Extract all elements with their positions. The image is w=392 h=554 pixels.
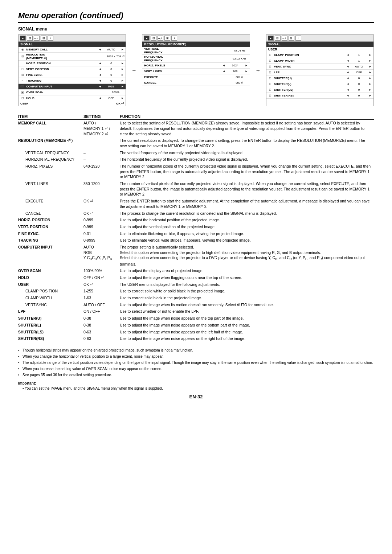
menu2-arrow-l-vlines: ◄ xyxy=(222,70,226,73)
item-memory-call: MEMORY CALL xyxy=(18,120,83,138)
menu3-arrow-l-sls: ◄ xyxy=(346,88,350,91)
menu1-icon1: ● xyxy=(20,36,26,41)
item-execute: EXECUTE xyxy=(18,198,83,210)
menu1-arrow-r-vp: ► xyxy=(120,67,124,71)
bullet-list: Though horizontal strips may appear on t… xyxy=(18,348,374,378)
bullet-3: The adjustable range of the vertical pos… xyxy=(18,360,374,365)
menu3-value-vs: AUTO xyxy=(350,65,368,68)
menu1-value-memory: AUTO xyxy=(102,48,120,51)
setting-over-scan: 100%-90% xyxy=(83,267,120,274)
menu1-arrow-r-tr: ► xyxy=(120,79,124,82)
menu1-arrow-l-ci: ◄ xyxy=(98,85,102,88)
menu3-icon-sl: ⊡ xyxy=(268,82,273,86)
menu3-value-cp: 1 xyxy=(350,53,368,57)
setting-horiz-pixels: 640-1920 xyxy=(83,163,120,180)
function-lpf: Use to select whether or not to enable t… xyxy=(120,308,374,315)
menu1-row-fine-sync: ⊞ FINE SYNC. ◄ 0 ► xyxy=(19,72,126,78)
item-shutter-u: SHUTTER(U) xyxy=(18,315,83,322)
menu1-label-res: RESOLUTION(MEMORIZE ⏎) xyxy=(25,53,106,60)
menu3-icon2: ⊟ xyxy=(275,36,281,41)
menu2-arrow-r-hpix: ► xyxy=(244,64,249,67)
menu3-icon1: ● xyxy=(268,36,274,41)
table-row: HORIZ. POSITION 0-999 Use to adjust the … xyxy=(18,217,374,223)
menu2-value-hfreq: 62.02 KHz xyxy=(230,57,249,60)
menu3-row-srs: ⊡ SHUTTER(RS) ◄ 0 ► xyxy=(266,93,373,99)
arrow1: → xyxy=(130,67,138,73)
setting-res-mem xyxy=(83,137,120,149)
menu3-arrow-l-lpf: ◄ xyxy=(346,71,350,74)
item-fine-sync: FINE SYNC. xyxy=(18,230,83,237)
function-vert-lines: The number of vertical pixels of the cur… xyxy=(120,180,374,198)
menu3-value-sls: 0 xyxy=(350,88,368,91)
menu1-value-hold: OFF xyxy=(102,97,120,100)
menu1-arrow-l-memory: ◄ xyxy=(98,48,102,51)
menu1-row-computer-input: ⌨ COMPUTER INPUT ◄ RGB ► xyxy=(19,84,126,90)
menu3-icon-sls: ⊡ xyxy=(268,88,273,91)
menu1-arrow-r-hp: ► xyxy=(120,62,124,65)
menu1-arrow-r-memory: ► xyxy=(120,48,124,51)
menu1-section-title: SIGNAL xyxy=(19,42,126,47)
item-shutter-l: SHUTTER(L) xyxy=(18,322,83,329)
menu1-row-horiz-pos: HORIZ. POSITION ◄ 0 ► xyxy=(19,61,126,66)
menu2-label-execute: EXECUTE xyxy=(143,75,230,79)
table-row: CLAMP POSITION 1-255 Use to correct soli… xyxy=(18,288,374,295)
menu3-icon-su: ⊡ xyxy=(268,77,273,80)
menu1-row-resolution: ⊡ RESOLUTION(MEMORIZE ⏎) 1024 x 768 ⏎ xyxy=(19,53,126,61)
table-row: HOLD OFF / ON ⏎ Use to adjust the image … xyxy=(18,274,374,281)
menu-signal: ● ⊟ opt. ⊞ i SIGNAL ◉ MEMORY CALL ◄ AUTO… xyxy=(18,34,126,106)
menu1-value-ci: RGB xyxy=(102,85,120,88)
menu3-label-sls: SHUTTER(LS) xyxy=(273,88,346,92)
item-clamp-pos: CLAMP POSITION xyxy=(18,288,83,295)
menu2-row-vfreq: VERTICALFREQUENCY 75.04 Hz xyxy=(142,47,249,55)
menu1-value-fs: 0 xyxy=(102,73,120,77)
menu2-row-execute: EXECUTE OK ⏎ xyxy=(142,74,249,80)
table-row: SHUTTER(RS) 0-63 Use to adjust the image… xyxy=(18,335,374,342)
item-over-scan: OVER SCAN xyxy=(18,267,83,274)
menu1-arrow-r-hold: ► xyxy=(120,97,124,100)
menu3-arrow-r-sl: ► xyxy=(368,82,372,86)
menu1-arrow-l-tr: ◄ xyxy=(98,79,102,82)
menu3-arrow-l-su: ◄ xyxy=(346,77,350,80)
menu2-icon4: ⊞ xyxy=(164,36,170,41)
menus-container: ● ⊟ opt. ⊞ i SIGNAL ◉ MEMORY CALL ◄ AUTO… xyxy=(18,34,374,106)
menu1-header: ● ⊟ opt. ⊞ i xyxy=(19,35,126,42)
menu2-label-hpix: HORIZ. PIXELS xyxy=(143,64,221,67)
setting-user: OK ⏎ xyxy=(83,281,120,288)
menu2-label-hfreq: HORIZONTALFREQUENCY xyxy=(143,55,230,62)
menu2-row-hpixels: HORIZ. PIXELS ◄ 1024 ► xyxy=(142,63,249,69)
setting-execute: OK ⏎ xyxy=(83,198,120,210)
menu3-arrow-r-cp: ► xyxy=(368,53,372,57)
menu3-icon-cw: ⊡ xyxy=(268,59,273,62)
menu3-arrow-r-su: ► xyxy=(368,77,372,80)
menu1-label-ci: COMPUTER INPUT xyxy=(25,85,98,89)
col-item: ITEM xyxy=(18,114,83,120)
menu1-label-fs: FINE SYNC. xyxy=(25,73,98,77)
menu2-arrow-r-vlines: ► xyxy=(244,70,249,73)
menu2-row-vlines: VERT. LINES ◄ 768 ► xyxy=(142,69,249,74)
menu1-icon3: opt. xyxy=(34,36,40,41)
menu3-row-vert-sync: ⊡ VERT. SYNC ◄ AUTO ► xyxy=(266,64,373,70)
menu3-value-sl: 0 xyxy=(350,82,368,86)
menu3-icon4: ⊞ xyxy=(289,36,294,41)
menu3-row-su: ⊡ SHUTTER(U) ◄ 0 ► xyxy=(266,75,373,81)
menu3-label-sl: SHUTTER(L) xyxy=(273,82,346,86)
function-horiz-pixels: The number of horizontal pixels of the c… xyxy=(120,163,374,180)
menu2-value-execute: OK ⏎ xyxy=(230,75,249,79)
menu1-value-tr: 0 xyxy=(102,79,120,82)
table-row: MEMORY CALL AUTO /MEMORY 1 ⏎ /MEMORY 2 ⏎… xyxy=(18,120,374,138)
setting-lpf: ON / OFF xyxy=(83,308,120,315)
menu3-label-cw: CLAMP WIDTH xyxy=(273,59,346,63)
menu1-icon-os: ▣ xyxy=(20,91,25,94)
bullet-1: Though horizontal strips may appear on t… xyxy=(18,348,374,353)
menu3-arrow-r-srs: ► xyxy=(368,94,372,97)
menu1-icon-ci: ⌨ xyxy=(20,85,25,88)
setting-tracking: 0-9999 xyxy=(83,237,120,244)
menu3-row-clamp-pos: ⊡ CLAMP POSITION ◄ 1 ► xyxy=(266,52,373,58)
setting-shutter-u: 0-38 xyxy=(83,315,120,322)
menu1-label-tr: TRACKING xyxy=(25,79,98,83)
item-shutter-rs: SHUTTER(RS) xyxy=(18,335,83,342)
table-row: FINE SYNC. 0-31 Use to eliminate flicker… xyxy=(18,230,374,237)
menu-resolution: ● ⊟ opt. ⊞ i RESOLUTION (MEMORIZE) VERTI… xyxy=(142,34,250,106)
function-computer-input: The proper setting is automatically sele… xyxy=(120,244,374,267)
setting-clamp-pos: 1-255 xyxy=(83,288,120,295)
